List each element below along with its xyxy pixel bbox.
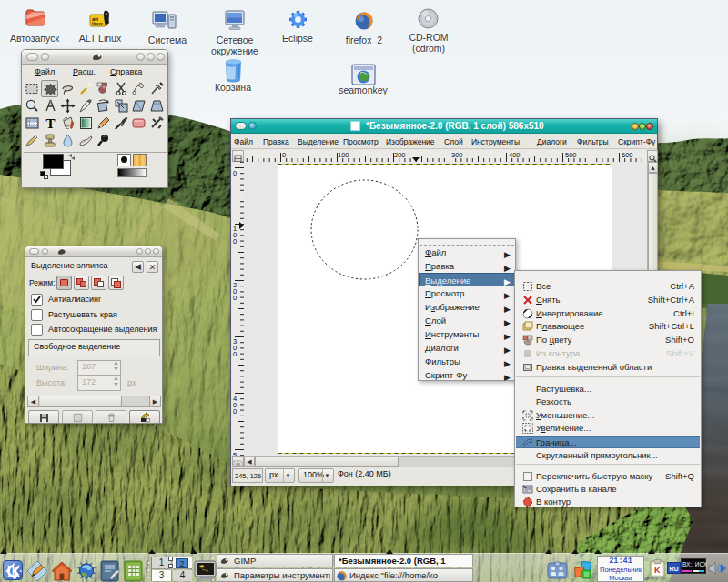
svg-text:500: 500 [565,151,577,159]
svg-text:T: T [46,116,55,131]
svg-text:200: 200 [394,151,406,159]
svg-text:K: K [12,566,19,577]
svg-text:400: 400 [509,151,521,159]
svg-text:0: 0 [233,407,237,416]
svg-text:600: 600 [622,151,633,159]
svg-text:linux: linux [92,21,103,26]
svg-text:K: K [654,566,661,575]
svg-text:0: 0 [233,237,237,246]
svg-text:300: 300 [451,151,463,159]
svg-text:100: 100 [338,151,349,159]
svg-text:0: 0 [233,350,237,358]
svg-text:0: 0 [282,151,286,159]
svg-text:0: 0 [233,169,237,177]
svg-text:0: 0 [233,294,237,302]
